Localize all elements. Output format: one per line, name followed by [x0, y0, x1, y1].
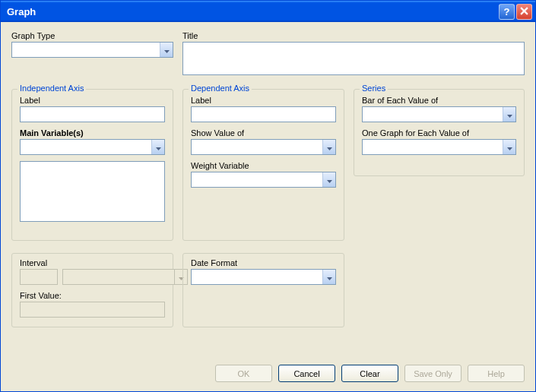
weight-variable-input[interactable]	[192, 172, 322, 187]
chevron-down-icon	[507, 143, 512, 152]
show-value-label: Show Value of	[191, 128, 336, 138]
first-value-input	[20, 302, 165, 318]
bar-each-value-dropdown-button[interactable]	[503, 107, 515, 122]
titlebar-close-button[interactable]	[516, 4, 532, 20]
chevron-down-icon	[164, 46, 170, 55]
date-format-dropdown-button[interactable]	[322, 270, 335, 284]
chevron-down-icon	[327, 273, 332, 282]
ind-label-input[interactable]	[20, 106, 165, 122]
chevron-down-icon	[156, 143, 161, 152]
date-format-input[interactable]	[192, 270, 322, 284]
dependent-axis-legend: Dependent Axis	[189, 84, 252, 93]
main-variable-combo[interactable]	[20, 139, 165, 155]
titlebar: Graph ?	[1, 1, 535, 22]
interval-input	[20, 269, 58, 285]
main-variable-list[interactable]	[20, 161, 165, 222]
independent-axis-group: Independent Axis Label Main Variable(s)	[11, 89, 173, 241]
title-label: Title	[182, 31, 525, 40]
chevron-down-icon	[507, 110, 512, 119]
interval-group: Interval First Value:	[11, 253, 173, 327]
bar-each-value-input[interactable]	[363, 107, 503, 122]
weight-variable-combo[interactable]	[191, 172, 336, 188]
bar-each-value-combo[interactable]	[362, 106, 516, 122]
show-value-combo[interactable]	[191, 139, 336, 155]
save-only-button: Save Only	[404, 365, 461, 382]
show-value-input[interactable]	[192, 140, 322, 154]
main-variable-input[interactable]	[21, 140, 151, 154]
weight-variable-label: Weight Variable	[191, 161, 336, 170]
dep-label-label: Label	[191, 96, 336, 105]
dep-label-input[interactable]	[191, 106, 336, 122]
graph-type-dropdown-button[interactable]	[160, 43, 173, 57]
main-variable-dropdown-button[interactable]	[151, 140, 164, 154]
independent-axis-legend: Independent Axis	[17, 84, 86, 93]
interval-unit-combo	[62, 269, 188, 285]
one-graph-label: One Graph for Each Value of	[362, 128, 516, 138]
titlebar-help-button[interactable]: ?	[499, 4, 515, 20]
ok-button: OK	[215, 365, 272, 382]
graph-type-label: Graph Type	[11, 31, 173, 40]
date-format-combo[interactable]	[191, 269, 336, 285]
graph-dialog: Graph ? Graph Type Title	[0, 0, 536, 392]
chevron-down-icon	[327, 143, 332, 152]
ind-label-label: Label	[20, 96, 165, 105]
one-graph-input[interactable]	[363, 140, 503, 154]
one-graph-combo[interactable]	[362, 139, 516, 155]
close-icon	[520, 6, 528, 17]
window-title: Graph	[7, 6, 36, 17]
dependent-axis-group: Dependent Axis Label Show Value of Wei	[182, 89, 344, 241]
chevron-down-icon	[327, 175, 332, 185]
clear-button[interactable]: Clear	[341, 365, 398, 382]
weight-variable-dropdown-button[interactable]	[322, 172, 335, 187]
series-group: Series Bar of Each Value of One Graph fo…	[354, 89, 525, 176]
bar-each-value-label: Bar of Each Value of	[362, 96, 516, 105]
interval-unit-input	[63, 270, 174, 284]
graph-type-combo[interactable]	[11, 42, 173, 58]
button-bar: OK Cancel Clear Save Only Help	[1, 357, 535, 391]
first-value-label: First Value:	[20, 291, 165, 300]
main-variable-label: Main Variable(s)	[20, 128, 165, 138]
cancel-button[interactable]: Cancel	[278, 365, 335, 382]
graph-type-input[interactable]	[12, 43, 160, 57]
one-graph-dropdown-button[interactable]	[503, 140, 515, 154]
interval-label: Interval	[20, 258, 165, 267]
help-button: Help	[468, 365, 525, 382]
title-input[interactable]	[182, 42, 525, 75]
help-icon: ?	[504, 6, 510, 17]
date-format-group: Date Format	[182, 253, 344, 327]
date-format-label: Date Format	[191, 258, 336, 267]
series-legend: Series	[360, 84, 388, 93]
show-value-dropdown-button[interactable]	[322, 140, 335, 154]
